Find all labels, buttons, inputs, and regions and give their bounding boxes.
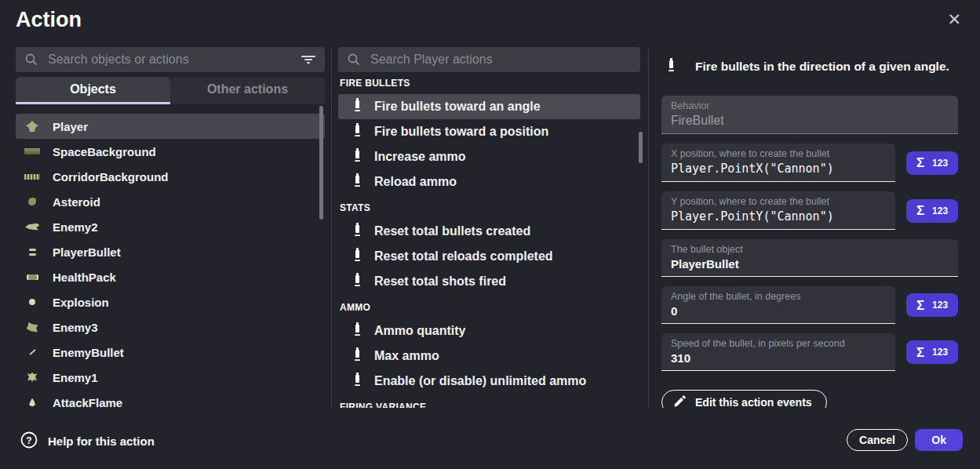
- object-item-corridorbackground[interactable]: CorridorBackground: [16, 164, 325, 189]
- enemybullet-sprite-icon: [24, 351, 41, 353]
- object-label: PlayerBullet: [53, 245, 121, 259]
- svg-text:?: ?: [26, 435, 31, 446]
- objects-tabs: Objects Other actions: [16, 77, 325, 104]
- action-item-reload-ammo[interactable]: Reload ammo: [338, 169, 640, 195]
- object-item-spacebackground[interactable]: SpaceBackground: [16, 139, 325, 164]
- bullet-icon: [668, 58, 675, 75]
- section-header-firing-variance: FIRING VARIANCE: [340, 402, 640, 408]
- numbers-123-icon: 123: [932, 206, 948, 216]
- action-item-max-ammo[interactable]: Max ammo: [338, 344, 640, 369]
- action-label: Fire bullets toward an angle: [374, 100, 541, 114]
- object-label: AttackFlame: [53, 396, 122, 409]
- field-value[interactable]: 0: [671, 304, 886, 318]
- action-label: Increase ammo: [374, 150, 466, 164]
- object-label: Enemy2: [53, 220, 98, 234]
- y-position-field[interactable]: Y position, where to create the bullet P…: [661, 191, 895, 230]
- action-description-row: Fire bullets in the direction of a given…: [668, 58, 958, 75]
- expression-builder-button[interactable]: Σ 123: [906, 293, 958, 317]
- field-value[interactable]: 310: [671, 351, 886, 365]
- field-value[interactable]: Player.PointX("Cannon"): [671, 162, 886, 176]
- object-label: Explosion: [53, 296, 109, 309]
- actions-search-input[interactable]: [369, 52, 631, 67]
- close-icon[interactable]: ✕: [947, 11, 961, 27]
- object-label: Asteroid: [53, 195, 100, 209]
- tab-other-actions[interactable]: Other actions: [170, 77, 325, 104]
- spacebackground-sprite-icon: [24, 148, 41, 155]
- action-item-ammo-quantity[interactable]: Ammo quantity: [338, 318, 640, 344]
- actions-panel: FIRE BULLETS Fire bullets toward an angl…: [332, 47, 649, 408]
- page-title: Action: [16, 8, 82, 32]
- object-item-healthpack[interactable]: HealthPack: [16, 264, 325, 289]
- object-item-playerbullet[interactable]: PlayerBullet: [16, 239, 325, 264]
- objects-search-input[interactable]: [46, 52, 293, 67]
- x-position-field[interactable]: X position, where to create the bullet P…: [661, 144, 895, 182]
- action-item-reset-total-reloads-completed[interactable]: Reset total reloads completed: [338, 244, 640, 269]
- action-item-fire-bullets-toward-an-angle[interactable]: Fire bullets toward an angle: [338, 94, 640, 119]
- expression-builder-button[interactable]: Σ 123: [906, 340, 958, 364]
- field-row-angle: Angle of the bullet, in degrees 0 Σ 123: [661, 286, 958, 324]
- parameters-panel: Fire bullets in the direction of a given…: [649, 47, 980, 408]
- action-item-enable-unlimited-ammo[interactable]: Enable (or disable) unlimited ammo: [338, 369, 640, 394]
- object-item-enemybullet[interactable]: EnemyBullet: [16, 340, 325, 365]
- object-label: SpaceBackground: [53, 145, 156, 158]
- section-header-ammo: AMMO: [340, 302, 640, 313]
- object-item-player[interactable]: Player: [16, 114, 325, 139]
- actions-search-box[interactable]: [338, 47, 640, 72]
- angle-field[interactable]: Angle of the bullet, in degrees 0: [661, 286, 895, 324]
- object-label: Player: [53, 120, 88, 133]
- numbers-123-icon: 123: [932, 300, 948, 310]
- object-item-enemy2[interactable]: Enemy2: [16, 214, 325, 239]
- bullet-icon: [354, 347, 361, 365]
- bullet-icon: [354, 123, 361, 140]
- ok-button[interactable]: Ok: [915, 429, 963, 451]
- field-row-behavior: Behavior FireBullet: [661, 96, 958, 134]
- sigma-icon: Σ: [916, 346, 924, 359]
- action-item-fire-bullets-toward-a-position[interactable]: Fire bullets toward a position: [338, 119, 640, 144]
- section-header-stats: STATS: [340, 202, 640, 213]
- objects-panel: Objects Other actions Player SpaceBackgr…: [0, 47, 332, 408]
- expression-builder-button[interactable]: Σ 123: [906, 151, 958, 175]
- object-item-enemy1[interactable]: Enemy1: [16, 365, 325, 390]
- bullet-icon: [354, 248, 361, 265]
- field-label: Behavior: [671, 100, 949, 111]
- filter-icon[interactable]: [301, 55, 315, 64]
- action-label: Fire bullets toward a position: [374, 125, 548, 139]
- object-label: CorridorBackground: [53, 170, 169, 184]
- enemy3-sprite-icon: [24, 322, 41, 333]
- edit-button-label: Edit this action events: [695, 396, 812, 408]
- help-link[interactable]: ? Help for this action: [20, 431, 155, 451]
- actions-scrollbar[interactable]: [639, 132, 643, 163]
- tab-objects[interactable]: Objects: [16, 77, 170, 104]
- field-label: Angle of the bullet, in degrees: [671, 291, 886, 302]
- action-item-reset-total-bullets-created[interactable]: Reset total bullets created: [338, 219, 640, 244]
- bullet-object-field[interactable]: The bullet object PlayerBullet: [661, 239, 958, 277]
- action-label: Reset total reloads completed: [374, 249, 553, 264]
- object-label: HealthPack: [53, 271, 116, 284]
- expression-builder-button[interactable]: Σ 123: [906, 199, 958, 223]
- pencil-icon: [673, 395, 686, 409]
- field-label: X position, where to create the bullet: [671, 148, 886, 159]
- dialog-header: Action ✕: [0, 0, 980, 47]
- object-item-enemy3[interactable]: Enemy3: [16, 314, 325, 340]
- object-item-asteroid[interactable]: Asteroid: [16, 189, 325, 214]
- corridorbackground-sprite-icon: [24, 174, 41, 180]
- action-item-reset-total-shots-fired[interactable]: Reset total shots fired: [338, 269, 640, 294]
- player-sprite-icon: [24, 121, 41, 132]
- help-label: Help for this action: [48, 434, 155, 448]
- field-value[interactable]: Player.PointY("Cannon"): [671, 209, 886, 224]
- sigma-icon: Σ: [916, 204, 924, 217]
- asteroid-sprite-icon: [24, 198, 41, 205]
- numbers-123-icon: 123: [932, 347, 948, 357]
- objects-search-box[interactable]: [16, 47, 325, 72]
- field-value: FireBullet: [671, 114, 949, 128]
- speed-field[interactable]: Speed of the bullet, in pixels per secon…: [661, 333, 895, 371]
- edit-action-events-button[interactable]: Edit this action events: [661, 390, 827, 408]
- action-label: Max ammo: [374, 349, 439, 363]
- object-item-attackflame[interactable]: AttackFlame: [16, 390, 325, 408]
- action-item-increase-ammo[interactable]: Increase ammo: [338, 144, 640, 169]
- object-item-explosion[interactable]: Explosion: [16, 289, 325, 314]
- action-dialog: Action ✕ Objects Other actions: [0, 0, 980, 469]
- field-value[interactable]: PlayerBullet: [671, 257, 949, 271]
- objects-scrollbar[interactable]: [319, 106, 323, 220]
- cancel-button[interactable]: Cancel: [847, 429, 908, 451]
